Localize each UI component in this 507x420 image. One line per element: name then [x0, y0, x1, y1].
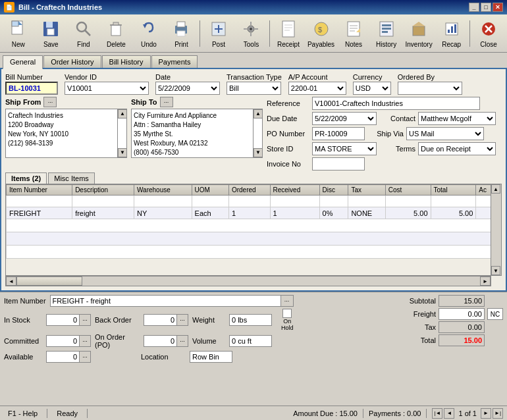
inventory-button[interactable]: Inventory: [403, 16, 435, 51]
volume-input[interactable]: [229, 335, 272, 347]
ship-to-expand-btn[interactable]: ···: [160, 97, 173, 107]
tab-payments[interactable]: Payments: [151, 55, 198, 68]
tab-misc-items[interactable]: Misc Items: [48, 172, 95, 184]
v-scroll-up[interactable]: ▲: [491, 184, 500, 194]
date-dropdown[interactable]: [208, 82, 220, 95]
new-button[interactable]: New: [3, 16, 34, 51]
tab-bill-history[interactable]: Bill History: [102, 55, 151, 68]
main-content: Bill Number Vendor ID Date: [0, 69, 507, 292]
ship-via-dropdown[interactable]: [472, 127, 484, 140]
save-button[interactable]: Save: [36, 16, 67, 51]
on-hold-checkbox[interactable]: [282, 309, 292, 318]
ship-to-scroll-up[interactable]: ▲: [254, 109, 263, 118]
store-id-input[interactable]: [312, 142, 365, 155]
next-page-btn[interactable]: ►: [481, 408, 491, 419]
tab-order-history[interactable]: Order History: [43, 55, 101, 68]
delete-button[interactable]: Delete: [101, 16, 132, 51]
due-date-dropdown[interactable]: [365, 112, 377, 125]
undo-button[interactable]: Undo: [133, 16, 165, 51]
in-stock-btn[interactable]: ···: [79, 314, 91, 326]
terms-input[interactable]: [418, 142, 484, 155]
history-button[interactable]: History: [371, 16, 402, 51]
in-stock-input[interactable]: [46, 314, 79, 326]
contact-dropdown[interactable]: [484, 112, 496, 125]
ship-from-scroll-up[interactable]: ▲: [118, 109, 127, 118]
h-scroll-left[interactable]: ◄: [6, 276, 16, 286]
table-row[interactable]: FREIGHT freight NY Each 1 1 0% NONE 5.00…: [7, 207, 501, 219]
cell-uom: Each: [192, 207, 228, 219]
ordered-by-dropdown[interactable]: [450, 82, 462, 95]
close-button[interactable]: Close: [473, 16, 504, 51]
ship-to-label: Ship To: [131, 98, 157, 106]
currency-dropdown[interactable]: [379, 82, 391, 95]
svg-text:$: $: [318, 26, 322, 34]
due-date-input[interactable]: [312, 112, 365, 125]
first-page-btn[interactable]: |◄: [432, 408, 442, 419]
transaction-type-dropdown[interactable]: [269, 82, 281, 95]
ordered-by-input[interactable]: [398, 82, 450, 95]
tools-button[interactable]: Tools: [236, 16, 267, 51]
currency-input[interactable]: [353, 82, 379, 95]
committed-btn[interactable]: ···: [79, 335, 91, 347]
maximize-button[interactable]: □: [481, 3, 491, 12]
tab-general[interactable]: General: [3, 55, 43, 69]
last-page-btn[interactable]: ►|: [493, 408, 503, 419]
table-row[interactable]: FREIGHT freight MAIN Each 1 1 0% NONE 10…: [7, 196, 501, 207]
prev-page-btn[interactable]: ◄: [444, 408, 454, 419]
store-id-dropdown[interactable]: [365, 142, 377, 155]
ship-to-scroll-down[interactable]: ▼: [254, 148, 263, 157]
ship-from-scroll-down[interactable]: ▼: [118, 148, 127, 157]
date-input[interactable]: [155, 82, 208, 95]
ap-account-dropdown[interactable]: [334, 82, 346, 95]
minimize-button[interactable]: _: [469, 3, 479, 12]
recap-label: Recap: [442, 41, 461, 48]
svg-rect-21: [250, 33, 252, 36]
item-number-expand-btn[interactable]: ···: [280, 295, 294, 307]
po-number-input[interactable]: [312, 127, 365, 140]
available-btn[interactable]: ···: [79, 351, 91, 363]
post-button[interactable]: Post: [203, 16, 234, 51]
ap-account-label: A/P Account: [288, 73, 346, 81]
grand-total-label: Total: [400, 336, 436, 344]
ordered-by-label: Ordered By: [398, 73, 462, 81]
payables-button[interactable]: $ Payables: [306, 16, 337, 51]
reference-input[interactable]: [312, 97, 480, 110]
back-order-input[interactable]: [144, 314, 176, 326]
tab-items[interactable]: Items (2): [5, 172, 47, 184]
ap-account-input[interactable]: [288, 82, 334, 95]
find-button[interactable]: Find: [68, 16, 99, 51]
v-scroll-down[interactable]: ▼: [491, 266, 500, 275]
cell-disc: 0%: [319, 196, 348, 207]
committed-input[interactable]: [46, 335, 79, 347]
recap-button[interactable]: Recap: [436, 16, 467, 51]
notes-button[interactable]: Notes: [338, 16, 369, 51]
terms-dropdown[interactable]: [484, 142, 496, 155]
location-input[interactable]: [190, 351, 232, 363]
close-window-button[interactable]: ✕: [493, 3, 503, 12]
weight-input[interactable]: [229, 314, 272, 326]
h-scroll-right[interactable]: ►: [480, 276, 491, 286]
on-order-btn[interactable]: ···: [176, 335, 188, 347]
h-scroll-thumb[interactable]: [16, 276, 82, 286]
cell-item-number: FREIGHT: [7, 196, 72, 207]
svg-rect-24: [282, 21, 294, 37]
vendor-id-dropdown[interactable]: [137, 82, 149, 95]
on-order-input[interactable]: [144, 335, 176, 347]
payables-icon: $: [311, 18, 332, 39]
contact-input[interactable]: [418, 112, 484, 125]
bill-number-input[interactable]: [5, 82, 58, 95]
status-divider-1: [47, 409, 47, 418]
print-button[interactable]: Print: [166, 16, 198, 51]
item-number-bottom-input[interactable]: [50, 295, 280, 307]
freight-value[interactable]: [439, 308, 485, 320]
receipt-button[interactable]: Receipt: [273, 16, 304, 51]
ship-from-expand-btn[interactable]: ···: [43, 97, 57, 107]
invoice-no-input[interactable]: [312, 157, 365, 171]
available-input[interactable]: [46, 351, 79, 363]
vendor-id-input[interactable]: [65, 82, 137, 95]
back-order-btn[interactable]: ···: [176, 314, 188, 326]
transaction-type-input[interactable]: [227, 82, 269, 95]
v-scroll-track: [491, 194, 501, 266]
ship-via-input[interactable]: [406, 127, 472, 140]
subtotal-label: Subtotal: [400, 297, 436, 305]
